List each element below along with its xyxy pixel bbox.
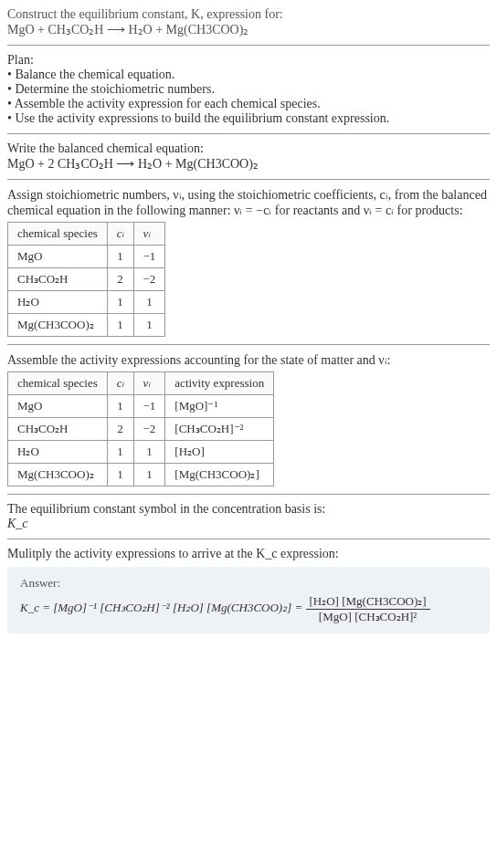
answer-lhs: K_c = [MgO]⁻¹ [CH₃CO₂H]⁻² [H₂O] [Mg(CH3C… — [20, 601, 302, 614]
cell-species: MgO — [8, 246, 108, 268]
stoich-block: Assign stoichiometric numbers, νᵢ, using… — [7, 187, 490, 337]
plan-item: Use the activity expressions to build th… — [7, 111, 490, 126]
balanced-block: Write the balanced chemical equation: Mg… — [7, 141, 490, 172]
fraction-denominator: [MgO] [CH₃CO₂H]² — [306, 610, 430, 624]
table-row: H₂O 1 1 [H₂O] — [8, 441, 274, 464]
divider — [7, 344, 490, 345]
cell-species: MgO — [8, 395, 108, 418]
table-header-row: chemical species cᵢ νᵢ — [8, 223, 165, 246]
cell-ci: 2 — [107, 268, 133, 291]
divider — [7, 494, 490, 495]
fraction-numerator: [H₂O] [Mg(CH3COO)₂] — [306, 594, 430, 610]
answer-fraction: [H₂O] [Mg(CH3COO)₂] [MgO] [CH₃CO₂H]² — [306, 594, 430, 624]
col-vi: νᵢ — [133, 223, 165, 246]
divider — [7, 179, 490, 180]
cell-species: Mg(CH3COO)₂ — [8, 464, 108, 486]
cell-vi: −2 — [133, 268, 165, 291]
basis-heading: The equilibrium constant symbol in the c… — [7, 502, 490, 517]
answer-expression: K_c = [MgO]⁻¹ [CH₃CO₂H]⁻² [H₂O] [Mg(CH3C… — [20, 594, 477, 624]
cell-ci: 1 — [107, 464, 133, 486]
cell-vi: 1 — [133, 314, 165, 337]
basis-symbol: K_c — [7, 517, 490, 531]
divider — [7, 133, 490, 134]
col-species: chemical species — [8, 372, 108, 395]
stoich-heading: Assign stoichiometric numbers, νᵢ, using… — [7, 187, 490, 218]
divider — [7, 45, 490, 46]
cell-species: H₂O — [8, 291, 108, 314]
basis-block: The equilibrium constant symbol in the c… — [7, 502, 490, 531]
balanced-heading: Write the balanced chemical equation: — [7, 141, 490, 156]
cell-ci: 1 — [107, 441, 133, 464]
cell-vi: 1 — [133, 464, 165, 486]
table-row: Mg(CH3COO)₂ 1 1 — [8, 314, 165, 337]
activity-heading: Assemble the activity expressions accoun… — [7, 352, 490, 368]
plan-list: Balance the chemical equation. Determine… — [7, 68, 490, 126]
col-species: chemical species — [8, 223, 108, 246]
cell-expr: [H₂O] — [165, 441, 274, 464]
cell-species: CH₃CO₂H — [8, 418, 108, 441]
activity-block: Assemble the activity expressions accoun… — [7, 352, 490, 486]
plan-item: Assemble the activity expression for eac… — [7, 97, 490, 111]
table-row: H₂O 1 1 — [8, 291, 165, 314]
question-lead: Construct the equilibrium constant, K, e… — [7, 7, 490, 22]
col-ci: cᵢ — [107, 223, 133, 246]
cell-expr: [MgO]⁻¹ — [165, 395, 274, 418]
cell-ci: 1 — [107, 246, 133, 268]
cell-ci: 1 — [107, 314, 133, 337]
activity-table: chemical species cᵢ νᵢ activity expressi… — [7, 371, 274, 486]
answer-box: Answer: K_c = [MgO]⁻¹ [CH₃CO₂H]⁻² [H₂O] … — [7, 567, 490, 633]
cell-ci: 2 — [107, 418, 133, 441]
cell-vi: 1 — [133, 441, 165, 464]
plan-heading: Plan: — [7, 53, 490, 68]
cell-species: H₂O — [8, 441, 108, 464]
cell-vi: 1 — [133, 291, 165, 314]
col-expr: activity expression — [165, 372, 274, 395]
table-header-row: chemical species cᵢ νᵢ activity expressi… — [8, 372, 274, 395]
question-equation: MgO + CH₃CO₂H ⟶ H₂O + Mg(CH3COO)₂ — [7, 22, 490, 37]
cell-vi: −1 — [133, 395, 165, 418]
table-row: Mg(CH3COO)₂ 1 1 [Mg(CH3COO)₂] — [8, 464, 274, 486]
table-row: CH₃CO₂H 2 −2 [CH₃CO₂H]⁻² — [8, 418, 274, 441]
cell-ci: 1 — [107, 395, 133, 418]
question-lead-text: Construct the equilibrium constant, K, e… — [7, 7, 283, 21]
balanced-equation: MgO + 2 CH₃CO₂H ⟶ H₂O + Mg(CH3COO)₂ — [7, 156, 490, 172]
table-row: CH₃CO₂H 2 −2 — [8, 268, 165, 291]
cell-expr: [CH₃CO₂H]⁻² — [165, 418, 274, 441]
multiply-heading: Mulitply the activity expressions to arr… — [7, 547, 490, 561]
plan-block: Plan: Balance the chemical equation. Det… — [7, 53, 490, 126]
cell-species: Mg(CH3COO)₂ — [8, 314, 108, 337]
divider — [7, 539, 490, 539]
col-ci: cᵢ — [107, 372, 133, 395]
cell-species: CH₃CO₂H — [8, 268, 108, 291]
multiply-block: Mulitply the activity expressions to arr… — [7, 547, 490, 561]
plan-item: Determine the stoichiometric numbers. — [7, 82, 490, 97]
col-vi: νᵢ — [133, 372, 165, 395]
cell-vi: −1 — [133, 246, 165, 268]
plan-item: Balance the chemical equation. — [7, 68, 490, 82]
cell-vi: −2 — [133, 418, 165, 441]
question-block: Construct the equilibrium constant, K, e… — [7, 7, 490, 37]
answer-label: Answer: — [20, 576, 477, 591]
table-row: MgO 1 −1 — [8, 246, 165, 268]
cell-expr: [Mg(CH3COO)₂] — [165, 464, 274, 486]
cell-ci: 1 — [107, 291, 133, 314]
table-row: MgO 1 −1 [MgO]⁻¹ — [8, 395, 274, 418]
stoich-table: chemical species cᵢ νᵢ MgO 1 −1 CH₃CO₂H … — [7, 222, 165, 337]
